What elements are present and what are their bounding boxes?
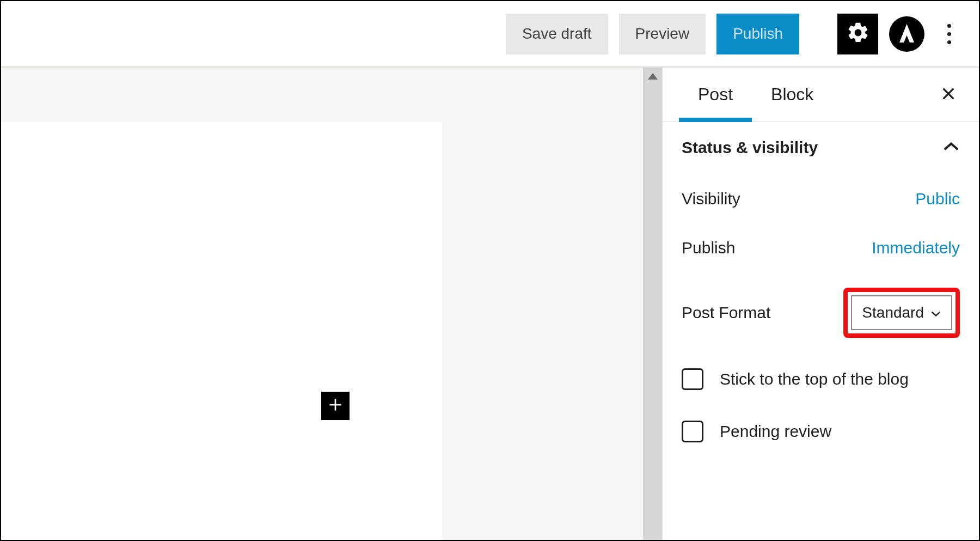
stick-top-checkbox[interactable] [682, 368, 703, 390]
chevron-down-icon [930, 304, 941, 321]
close-sidebar-button[interactable] [934, 80, 963, 110]
add-block-button[interactable] [321, 392, 350, 420]
editor-top-header: Save draft Preview Publish [1, 1, 979, 66]
visibility-row: Visibility Public [682, 190, 960, 208]
publish-row: Publish Immediately [682, 239, 960, 257]
publish-label: Publish [682, 239, 735, 257]
stick-top-label: Stick to the top of the blog [720, 370, 909, 388]
visibility-value[interactable]: Public [915, 190, 960, 208]
post-format-row: Post Format Standard [682, 288, 960, 338]
tab-block[interactable]: Block [752, 68, 832, 121]
publish-value[interactable]: Immediately [872, 239, 960, 257]
astra-logo-icon [889, 44, 924, 53]
close-icon [940, 95, 957, 104]
settings-button[interactable] [837, 14, 878, 54]
chevron-up-icon [942, 141, 960, 154]
save-draft-button[interactable]: Save draft [506, 14, 608, 54]
plus-icon [327, 396, 344, 416]
pending-review-checkbox[interactable] [682, 421, 703, 442]
settings-sidebar: Post Block Status & visibility Visibilit… [662, 68, 979, 540]
publish-button[interactable]: Publish [716, 14, 799, 54]
sidebar-tabs: Post Block [663, 68, 979, 122]
scroll-up-arrow-icon[interactable] [648, 72, 658, 82]
gear-icon [846, 21, 870, 47]
editor-canvas-container [1, 68, 643, 540]
post-format-select[interactable]: Standard [851, 295, 952, 330]
more-vertical-icon [947, 24, 951, 28]
post-format-label: Post Format [682, 303, 770, 322]
post-format-highlight: Standard [843, 288, 960, 338]
main-area: Post Block Status & visibility Visibilit… [1, 68, 979, 540]
tab-post[interactable]: Post [679, 68, 752, 121]
pending-review-label: Pending review [720, 422, 831, 441]
more-options-button[interactable] [935, 14, 963, 54]
visibility-label: Visibility [682, 190, 740, 208]
preview-button[interactable]: Preview [619, 14, 706, 54]
status-visibility-panel: Status & visibility Visibility Public Pu… [663, 122, 979, 489]
status-visibility-title: Status & visibility [682, 138, 818, 157]
editor-canvas[interactable] [1, 122, 442, 541]
editor-scrollbar[interactable] [643, 68, 662, 540]
plugin-logo-button[interactable] [889, 16, 924, 52]
post-format-value: Standard [862, 304, 924, 321]
stick-top-row: Stick to the top of the blog [682, 368, 960, 390]
pending-review-row: Pending review [682, 421, 960, 442]
status-visibility-header[interactable]: Status & visibility [682, 138, 960, 157]
editor-area [1, 68, 662, 540]
